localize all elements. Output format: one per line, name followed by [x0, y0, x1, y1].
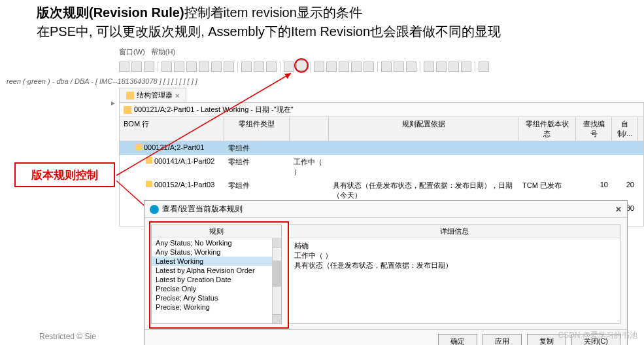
scroll-down-btn[interactable] [273, 314, 281, 323]
toolbar-btn[interactable] [174, 62, 184, 72]
rules-listbox[interactable]: Any Status; No WorkingAny Status; Workin… [152, 238, 281, 323]
toolbar-btn[interactable] [199, 62, 209, 72]
apply-button[interactable]: 应用 [483, 334, 522, 345]
separator [310, 62, 311, 72]
cell-work [290, 180, 329, 201]
nav-first-btn[interactable] [424, 62, 434, 72]
watermark: CSDN @爱学习的书池 [558, 330, 637, 341]
col-type[interactable]: 零组件类型 [224, 117, 290, 141]
handle-icon[interactable]: ▸ [111, 98, 115, 107]
nav-last-btn[interactable] [461, 62, 471, 72]
cell-type: 零组件 [224, 143, 290, 154]
rule-item[interactable]: Any Status; Working [152, 247, 281, 257]
path-bar: 000121/A;2-Part01 - Latest Working - 日期 … [119, 103, 644, 117]
title-bold: 版次规则(Revision Rule) [37, 5, 184, 20]
rule-item[interactable]: Latest Working [152, 257, 281, 266]
tab-structure-manager[interactable]: 结构管理器 × [119, 88, 186, 102]
cell-type: 零组件 [224, 180, 290, 201]
toolbar-btn[interactable] [479, 62, 489, 72]
tab-bar: 结构管理器 × [119, 88, 644, 103]
row-icon [146, 181, 152, 187]
col-rule[interactable]: 规则配置依据 [329, 117, 518, 141]
toolbar-btn[interactable] [254, 62, 264, 72]
toolbar-btn[interactable] [241, 62, 252, 72]
rule-item[interactable]: Latest by Alpha Revision Order [152, 266, 281, 275]
scrollbar[interactable] [272, 238, 281, 323]
cell-make [612, 143, 638, 154]
toolbar-btn[interactable] [326, 62, 337, 72]
cell-rule [329, 156, 518, 177]
detail-line: 工作中（ ） [294, 251, 615, 261]
cell-find [576, 156, 612, 177]
detail-line: 具有状态（任意发布状态，配置依据：发布日期） [294, 261, 615, 270]
detail-header: 详细信息 [289, 225, 620, 238]
item-icon [124, 106, 131, 114]
table-row[interactable]: 000121/A;2-Part01零组件 [120, 141, 643, 155]
dialog-icon [150, 205, 159, 214]
title-rest: 控制着item revision显示的条件 [184, 5, 362, 20]
rules-header: 规则 [152, 225, 281, 238]
menu-window[interactable]: 窗口(W) [119, 48, 145, 56]
toolbar-btn[interactable] [364, 62, 374, 72]
title-line2: 在PSE中, 可以更改版次规则, Assembly下的Item Revision… [0, 23, 644, 46]
toolbar-btn[interactable] [284, 62, 294, 72]
toolbar-btn[interactable] [224, 62, 234, 72]
table-row[interactable]: 000152/A;1-Part03零组件具有状态（任意发布状态，配置依据：发布日… [120, 179, 643, 202]
cell-work [290, 143, 329, 154]
cell-type: 零组件 [224, 156, 290, 177]
breadcrumb: reen ( green ) - dba / DBA - [ IMC--1813… [0, 75, 644, 88]
col-blank[interactable] [290, 117, 329, 141]
rule-item[interactable]: Precise; Working [152, 302, 281, 312]
tab-label: 结构管理器 [137, 90, 173, 100]
separator [158, 62, 158, 72]
scroll-thumb[interactable] [273, 261, 281, 287]
toolbar-btn[interactable] [161, 62, 172, 72]
tab-close-icon[interactable]: × [175, 92, 179, 100]
toolbar-btn[interactable] [339, 62, 349, 72]
menubar: 窗口(W) 帮助(H) [0, 46, 644, 58]
toolbar-btn[interactable] [131, 62, 142, 72]
scroll-up-btn[interactable] [273, 238, 281, 247]
ok-button[interactable]: 确定 [438, 334, 477, 345]
footer-text: Restricted © Sie [39, 332, 96, 341]
table-row[interactable]: 000141/A;1-Part02零组件工作中（ ） [120, 155, 643, 179]
separator [280, 62, 280, 72]
toolbar-btn[interactable] [314, 62, 324, 72]
toolbar-btn[interactable] [186, 62, 197, 72]
toolbar-btn[interactable] [381, 62, 392, 72]
toolbar [0, 58, 644, 75]
separator [377, 62, 378, 72]
dialog-titlebar: 查看/设置当前版本规则 ✕ [144, 201, 627, 218]
toolbar-btn[interactable] [211, 62, 222, 72]
col-status[interactable]: 零组件版本状态 [518, 117, 576, 141]
path-text: 000121/A;2-Part01 - Latest Working - 日期 … [134, 105, 294, 115]
toolbar-btn[interactable] [144, 62, 154, 72]
cell-rule [329, 143, 518, 154]
rule-item[interactable]: Precise; Any Status [152, 293, 281, 302]
revision-rule-dialog: 查看/设置当前版本规则 ✕ 规则 Any Status; No WorkingA… [144, 200, 628, 345]
annotation-box: 版本规则控制 [14, 162, 115, 187]
cell-status [518, 156, 576, 177]
rule-item[interactable]: Latest by Creation Date [152, 275, 281, 284]
col-find[interactable]: 查找编号 [576, 117, 612, 141]
toolbar-btn[interactable] [394, 62, 404, 72]
menu-help[interactable]: 帮助(H) [151, 48, 175, 56]
cell-find [576, 143, 612, 154]
nav-next-btn[interactable] [449, 62, 459, 72]
dialog-title: 查看/设置当前版本规则 [162, 204, 243, 215]
cell-bom: 000121/A;2-Part01 [120, 143, 224, 154]
detail-content: 精确工作中（ ）具有状态（任意发布状态，配置依据：发布日期） [289, 238, 620, 323]
separator [237, 62, 238, 72]
rule-item[interactable]: Precise Only [152, 284, 281, 293]
col-bom[interactable]: BOM 行 [120, 117, 224, 141]
nav-prev-btn[interactable] [436, 62, 447, 72]
toolbar-btn[interactable] [351, 62, 362, 72]
toolbar-btn[interactable] [266, 62, 277, 72]
cell-find: 10 [576, 180, 612, 201]
toolbar-btn[interactable] [119, 62, 129, 72]
rule-item[interactable]: Any Status; No Working [152, 238, 281, 247]
col-make[interactable]: 自制/... [612, 117, 638, 141]
toolbar-btn[interactable] [406, 62, 416, 72]
dialog-close-icon[interactable]: ✕ [615, 205, 622, 214]
cell-rule: 具有状态（任意发布状态，配置依据：发布日期），日期（今天） [329, 180, 518, 201]
